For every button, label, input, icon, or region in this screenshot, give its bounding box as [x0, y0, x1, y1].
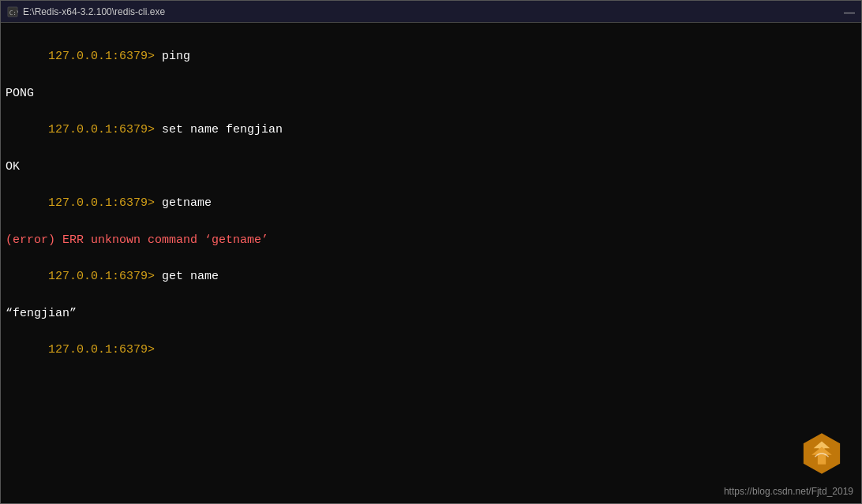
- terminal-output: “fengjian”: [6, 304, 856, 323]
- terminal-line: 127.0.0.1:6379> getname: [6, 176, 856, 231]
- terminal-body[interactable]: 127.0.0.1:6379> ping PONG 127.0.0.1:6379…: [1, 23, 861, 503]
- command-text: ping: [155, 50, 190, 63]
- terminal-line: 127.0.0.1:6379> ping: [6, 29, 856, 84]
- terminal-output: PONG: [6, 84, 856, 103]
- titlebar: C:\ E:\Redis-x64-3.2.100\redis-cli.exe —: [1, 1, 861, 23]
- terminal-line: 127.0.0.1:6379> set name fengjian: [6, 103, 856, 158]
- prompt: 127.0.0.1:6379>: [48, 123, 155, 136]
- command-text: get name: [155, 270, 219, 283]
- titlebar-controls: —: [844, 6, 855, 17]
- prompt: 127.0.0.1:6379>: [48, 270, 155, 283]
- window: C:\ E:\Redis-x64-3.2.100\redis-cli.exe —…: [0, 0, 862, 504]
- watermark-hex-icon: [798, 430, 845, 477]
- minimize-button[interactable]: —: [844, 6, 855, 17]
- terminal-output: OK: [6, 158, 856, 176]
- prompt: 127.0.0.1:6379>: [48, 50, 155, 63]
- app-icon: C:\: [7, 6, 18, 17]
- titlebar-title: E:\Redis-x64-3.2.100\redis-cli.exe: [23, 6, 165, 17]
- command-text: getname: [155, 196, 212, 210]
- watermark-container: [798, 430, 845, 481]
- prompt: 127.0.0.1:6379>: [48, 343, 155, 357]
- terminal-line: 127.0.0.1:6379>: [6, 323, 856, 378]
- watermark-url: https://blog.csdn.net/Fjtd_2019: [724, 486, 853, 497]
- titlebar-left: C:\ E:\Redis-x64-3.2.100\redis-cli.exe: [7, 6, 165, 17]
- command-text: set name fengjian: [155, 123, 283, 136]
- terminal-error-output: (error) ERR unknown command ‘getname’: [6, 231, 856, 249]
- svg-text:C:\: C:\: [9, 9, 18, 16]
- terminal-line: 127.0.0.1:6379> get name: [6, 249, 856, 304]
- prompt: 127.0.0.1:6379>: [48, 196, 155, 210]
